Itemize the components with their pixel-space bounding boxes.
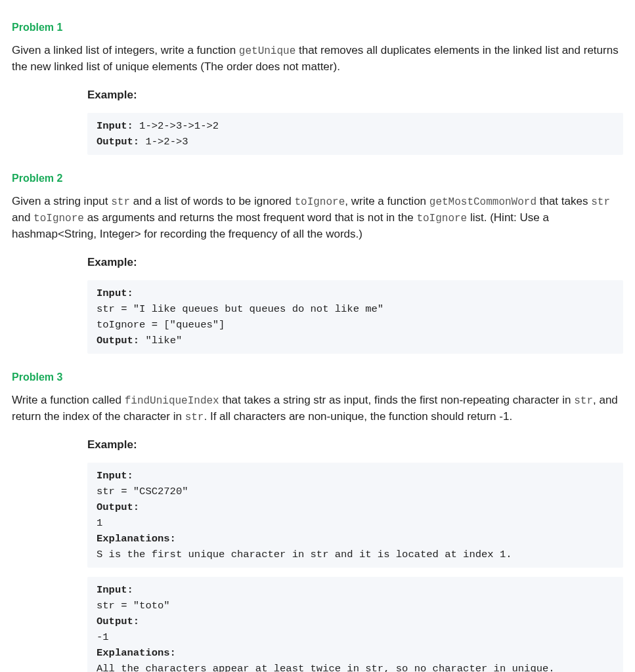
- inline-code: str: [185, 411, 204, 423]
- inline-code: findUniqueIndex: [125, 395, 219, 407]
- problem-3-description: Write a function called findUniqueIndex …: [12, 392, 623, 425]
- problem-3-codeblock-2: Input: str = "toto" Output: -1 Explanati…: [87, 577, 623, 672]
- problem-1-codeblock-1: Input: 1->2->3->1->2 Output: 1->2->3: [87, 113, 623, 155]
- inline-code: getMostCommonWord: [429, 196, 536, 208]
- problem-1-heading: Problem 1: [12, 20, 623, 35]
- problem-1-example: Example: Input: 1->2->3->1->2 Output: 1-…: [87, 87, 623, 155]
- inline-code: str: [574, 395, 593, 407]
- example-label: Example:: [87, 437, 623, 453]
- problem-3-codeblock-1: Input: str = "CSC2720" Output: 1 Explana…: [87, 463, 623, 568]
- problem-2-codeblock-1: Input: str = "I like queues but queues d…: [87, 280, 623, 354]
- example-label: Example:: [87, 255, 623, 271]
- problem-1-description: Given a linked list of integers, write a…: [12, 43, 623, 75]
- problem-2-example: Example: Input: str = "I like queues but…: [87, 255, 623, 354]
- inline-code: toIgnore: [33, 213, 84, 224]
- inline-code: str: [111, 196, 130, 208]
- inline-code: str: [591, 196, 610, 208]
- inline-code: getUnique: [239, 45, 296, 57]
- problem-2-heading: Problem 2: [12, 171, 623, 186]
- problem-3-heading: Problem 3: [12, 369, 623, 385]
- inline-code: toIgnore: [294, 196, 345, 208]
- problem-3-example: Example: Input: str = "CSC2720" Output: …: [87, 437, 623, 672]
- problem-2-description: Given a string input str and a list of w…: [12, 194, 623, 243]
- example-label: Example:: [87, 87, 623, 104]
- inline-code: toIgnore: [416, 213, 467, 224]
